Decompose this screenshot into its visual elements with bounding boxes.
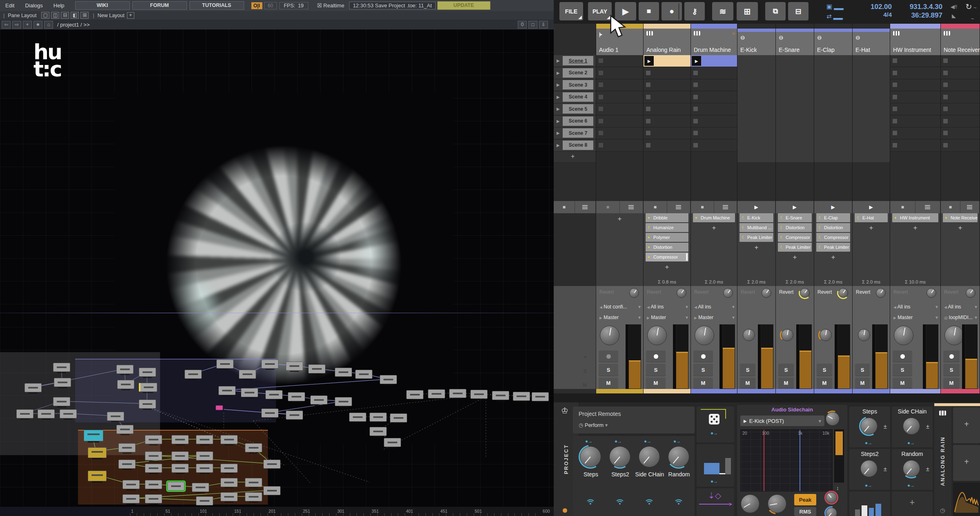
pane-zero-button[interactable]: 0 xyxy=(518,21,527,29)
performance-toggle-button[interactable]: O|I xyxy=(251,2,263,9)
scene-fire-icon[interactable]: ▶ xyxy=(557,71,560,75)
sidechain-knob-2[interactable] xyxy=(766,493,788,514)
scene-fire-icon[interactable]: ▶ xyxy=(557,131,560,135)
add-device-button[interactable]: + xyxy=(814,253,852,261)
operator-node[interactable] xyxy=(220,492,238,501)
scene-fire-icon[interactable]: ▶ xyxy=(557,95,560,99)
sidechain-source-select[interactable]: ▶E-Kick (POST)▾ xyxy=(740,415,824,426)
clip-slot[interactable] xyxy=(596,67,643,79)
clip-stop-square[interactable] xyxy=(893,131,897,135)
device-drum-machine[interactable]: ●Drum Machine xyxy=(693,213,735,222)
eq-high-cut-line[interactable] xyxy=(800,430,800,491)
operator-node[interactable] xyxy=(220,478,238,487)
operator-node[interactable] xyxy=(118,443,136,452)
layers-icon[interactable]: ≋ xyxy=(712,2,733,20)
display-boxed-icon[interactable]: ⊟ xyxy=(788,2,808,20)
volume-knob[interactable] xyxy=(693,324,715,346)
device-off-moon-icon[interactable]: ☾ xyxy=(780,233,784,242)
pane-layout-preset-icon-3[interactable]: ⊟ xyxy=(61,12,69,19)
revert-knob[interactable] xyxy=(675,287,688,299)
scene-button[interactable]: Scene 4 xyxy=(563,92,593,102)
clip-stop-square[interactable] xyxy=(599,107,603,111)
operator-node[interactable] xyxy=(116,425,134,434)
clip-stop-square[interactable] xyxy=(893,95,897,99)
device-dribble[interactable]: ●Dribble xyxy=(646,213,688,222)
chain-play-button[interactable]: ▶ xyxy=(814,201,852,213)
device-e-snare[interactable]: ☾E-Snare xyxy=(778,213,812,222)
rms-button[interactable]: RMS xyxy=(794,507,816,516)
scene-fire-icon[interactable]: ▶ xyxy=(557,119,560,123)
track-stop-button[interactable]: ■ xyxy=(941,201,960,213)
operator-node[interactable] xyxy=(145,494,162,503)
clip-stop-square[interactable] xyxy=(943,71,948,75)
mix-knob[interactable] xyxy=(824,506,838,516)
add-device-button[interactable]: + xyxy=(890,224,940,232)
menu-edit[interactable]: Edit xyxy=(0,2,20,9)
clip-slot[interactable] xyxy=(890,67,940,79)
output-routing-select[interactable]: ▶ Master▾ xyxy=(647,315,688,320)
add-macro-icon[interactable]: + xyxy=(892,497,933,508)
nav-button-forum[interactable]: FORUM xyxy=(132,1,187,10)
pan-knob[interactable] xyxy=(857,328,871,342)
track-stop-button[interactable]: ■ xyxy=(596,201,620,213)
clip-stop-square[interactable] xyxy=(646,71,650,75)
add-device-icon[interactable]: + xyxy=(953,420,980,429)
clip-list-icon[interactable] xyxy=(915,201,941,213)
clip-stop-square[interactable] xyxy=(693,107,698,111)
clip-list-icon[interactable] xyxy=(620,201,644,213)
mute-button[interactable]: M xyxy=(943,378,960,388)
operator-node[interactable] xyxy=(261,409,278,418)
device-on-icon[interactable]: ● xyxy=(695,213,697,222)
clip-slot[interactable] xyxy=(691,92,737,103)
track-stop-button[interactable]: ■ xyxy=(890,201,915,213)
device-off-moon-icon[interactable]: ☾ xyxy=(780,223,784,232)
solo-button[interactable]: S xyxy=(693,364,713,376)
track-header[interactable]: ⊖E-Kick xyxy=(737,32,775,55)
revert-knob[interactable] xyxy=(628,287,640,299)
clip-stop-square[interactable] xyxy=(599,71,603,75)
device-off-moon-icon[interactable]: ☾ xyxy=(818,223,822,232)
operator-node[interactable] xyxy=(139,383,157,392)
clip-slot[interactable] xyxy=(941,116,980,127)
operator-node[interactable] xyxy=(145,464,162,473)
tempo-display[interactable]: 102.004/4 xyxy=(851,2,892,19)
remote-knob-side-chain[interactable] xyxy=(637,445,661,469)
solo-button[interactable]: S xyxy=(646,364,666,376)
device-e-hat[interactable]: ☾E-Hat xyxy=(855,213,888,222)
mute-button[interactable]: M xyxy=(893,378,912,388)
threshold-knob[interactable] xyxy=(824,491,838,505)
clip-slot[interactable] xyxy=(941,79,980,91)
sidechain-eq-display[interactable]: 201001k10k xyxy=(740,429,833,491)
device-e-kick[interactable]: ☾E-Kick xyxy=(739,213,773,222)
operator-node[interactable] xyxy=(117,380,134,389)
clip-slot[interactable] xyxy=(644,79,690,91)
home-icon[interactable]: ⌂ xyxy=(44,21,53,29)
clip-slot[interactable] xyxy=(941,92,980,103)
device-e-clap[interactable]: ☾E-Clap xyxy=(816,213,850,222)
volume-knob[interactable] xyxy=(742,328,756,342)
clip-slot[interactable] xyxy=(596,103,643,115)
arm-button[interactable] xyxy=(693,351,713,362)
playing-clip[interactable]: ▶ xyxy=(644,55,690,67)
mute-button[interactable]: M xyxy=(855,378,870,388)
clip-slot[interactable] xyxy=(941,55,980,67)
playing-clip[interactable]: ▶ xyxy=(691,55,737,67)
operator-node[interactable] xyxy=(220,435,238,444)
operator-node[interactable] xyxy=(172,464,189,473)
operator-node[interactable] xyxy=(185,370,202,379)
clip-stop-square[interactable] xyxy=(943,131,948,135)
macro-knob[interactable] xyxy=(859,416,879,436)
clip-stop-square[interactable] xyxy=(646,107,650,111)
macro-knob[interactable] xyxy=(859,459,879,478)
clip-stop-square[interactable] xyxy=(893,58,897,63)
clip-stop-square[interactable] xyxy=(646,95,650,99)
clip-slot[interactable] xyxy=(596,127,643,139)
operator-node[interactable] xyxy=(245,492,262,501)
clip-stop-square[interactable] xyxy=(693,95,698,99)
clip-stop-square[interactable] xyxy=(646,119,650,123)
clip-list-icon[interactable] xyxy=(960,201,980,213)
operator-node[interactable] xyxy=(192,483,209,492)
macro-add-cell[interactable]: + xyxy=(892,491,933,516)
operator-node[interactable] xyxy=(118,460,136,469)
input-routing-select[interactable]: ◀ All ins▾ xyxy=(694,304,735,310)
